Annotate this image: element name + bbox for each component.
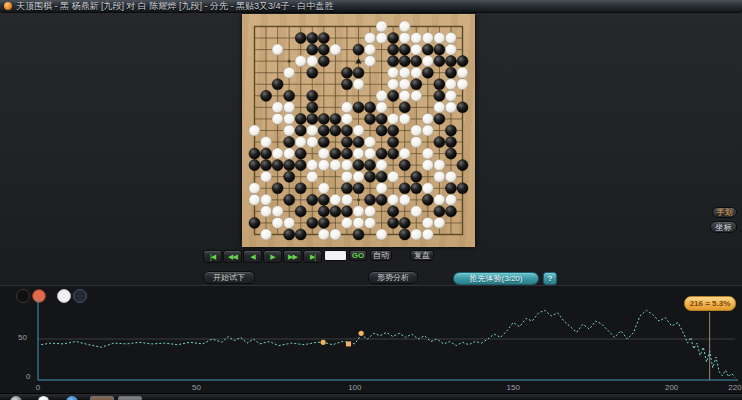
review-button[interactable]: 复盘	[410, 250, 434, 261]
y-tick-0: 0	[26, 372, 30, 381]
go-board[interactable]	[242, 14, 475, 247]
premium-analysis-button[interactable]: 抢先体验(3/20)	[453, 272, 539, 285]
nav-back-fast-button[interactable]: ◀◀	[223, 250, 242, 263]
taskbar[interactable]	[0, 393, 742, 400]
blue-app-icon[interactable]	[66, 396, 78, 400]
hand-draw-toggle[interactable]: 手划	[712, 207, 737, 218]
x-tick-200: 200	[665, 383, 678, 392]
coordinates-toggle[interactable]: 坐标	[710, 221, 737, 233]
window-title: 天顶围棋 - 黑 杨鼎新 [九段] 对 白 陈耀烨 [九段] - 分先 - 黑贴…	[16, 1, 334, 12]
nav-last-button[interactable]: ▶|	[303, 250, 322, 263]
nav-first-button[interactable]: |◀	[203, 250, 222, 263]
start-orb-icon[interactable]	[10, 396, 22, 400]
start-trial-button[interactable]: 开始试下	[203, 271, 255, 284]
y-tick-50: 50	[18, 333, 27, 342]
move-number-input[interactable]	[324, 250, 347, 261]
go-button[interactable]: GO	[349, 250, 367, 261]
title-bar[interactable]: 天顶围棋 - 黑 杨鼎新 [九段] 对 白 陈耀烨 [九段] - 分先 - 黑贴…	[0, 0, 742, 13]
nav-forward-fast-button[interactable]: ▶▶	[283, 250, 302, 263]
x-tick-0: 0	[36, 383, 40, 392]
position-analysis-button[interactable]: 形势分析	[368, 271, 418, 284]
help-button[interactable]: ?	[543, 272, 557, 285]
application-window: 天顶围棋 - 黑 杨鼎新 [九段] 对 白 陈耀烨 [九段] - 分先 - 黑贴…	[0, 0, 742, 400]
window-preview-icon[interactable]	[90, 396, 114, 400]
x-tick-100: 100	[348, 383, 361, 392]
winrate-tooltip: 216 = 5.3%	[684, 296, 736, 311]
winrate-chart[interactable]	[0, 286, 742, 395]
auto-play-button[interactable]: 自动	[370, 250, 392, 261]
winrate-graph-panel: 50 0 050100150200220 216 = 5.3%	[0, 285, 742, 395]
x-tick-220: 220	[728, 383, 741, 392]
x-tick-150: 150	[507, 383, 520, 392]
game-panel: |◀◀◀◀▶▶▶▶| GO 自动 复盘 开始试下 形势分析 抢先体验(3/20)…	[0, 13, 742, 285]
nav-back-button[interactable]: ◀	[243, 250, 262, 263]
app-icon	[4, 2, 12, 10]
window-preview-icon[interactable]	[118, 396, 142, 400]
nav-forward-button[interactable]: ▶	[263, 250, 282, 263]
white-app-icon[interactable]	[38, 396, 49, 400]
x-tick-50: 50	[192, 383, 201, 392]
